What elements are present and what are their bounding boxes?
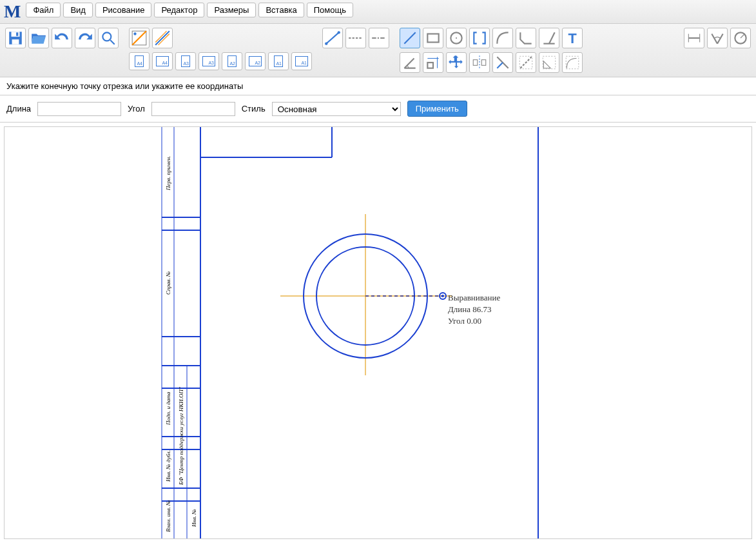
svg-rect-3 — [16, 32, 18, 35]
tool-move-icon[interactable] — [446, 52, 467, 73]
cursor-tooltip: Выравнивание Длина 86.73 Угол 0.00 — [448, 292, 500, 328]
tool-fillet-arc-icon[interactable] — [562, 52, 583, 73]
titleblock-col1-top: Перв. примен. — [165, 156, 171, 191]
tooltip-angle: Угол 0.00 — [448, 315, 500, 327]
menu-bar: M Файл Вид Рисование Редактор Размеры Вс… — [0, 0, 756, 24]
titleblock-col2-c: Взам. инв. № — [165, 500, 171, 532]
drawing-svg: Перв. примен. Справ. № Подп. и дата Инв.… — [5, 127, 752, 539]
svg-line-9 — [155, 31, 170, 45]
svg-line-31 — [497, 63, 503, 68]
svg-rect-24 — [427, 63, 433, 68]
toolbar-area: A4 A4 A3 A3 A2 A2 A1 A1 — [0, 24, 756, 77]
paper-a4-landscape[interactable]: A4 — [152, 52, 173, 70]
tool-angle-icon[interactable] — [400, 52, 420, 73]
paper-a2-portrait[interactable]: A2 — [222, 52, 242, 70]
svg-line-32 — [520, 57, 531, 68]
svg-line-11 — [155, 31, 166, 42]
tool-bracket-icon[interactable] — [469, 28, 490, 48]
tool-text-icon[interactable]: T — [562, 28, 583, 48]
tooltip-alignment: Выравнивание — [448, 292, 500, 304]
line-solid-icon[interactable] — [322, 28, 343, 48]
svg-text:T: T — [568, 30, 576, 46]
menu-editor[interactable]: Редактор — [154, 3, 204, 17]
svg-line-10 — [159, 34, 170, 45]
length-input[interactable] — [37, 102, 121, 116]
tool-align-icon[interactable] — [423, 52, 443, 73]
svg-line-5 — [110, 40, 115, 44]
tooltip-length: Длина 86.73 — [448, 304, 500, 315]
paper-a3-landscape[interactable]: A3 — [199, 52, 219, 70]
tool-line-icon[interactable] — [400, 28, 420, 48]
dim-angle-icon[interactable] — [707, 28, 728, 48]
hatch2-icon[interactable] — [152, 28, 173, 48]
titleblock-col3: БФ "Центр поддержки услуг НКИ.ОП" — [178, 387, 184, 486]
svg-point-64 — [441, 295, 444, 297]
svg-rect-28 — [473, 60, 478, 66]
dim-radius-icon[interactable] — [730, 28, 751, 48]
tool-trim-icon[interactable] — [492, 52, 513, 73]
hatch1-icon[interactable] — [129, 28, 150, 48]
tool-rect-icon[interactable] — [423, 28, 443, 48]
line-dashed-icon[interactable] — [345, 28, 366, 48]
svg-line-17 — [404, 32, 415, 43]
svg-point-13 — [325, 43, 327, 45]
open-icon[interactable] — [28, 28, 49, 48]
paper-a3-portrait[interactable]: A3 — [175, 52, 196, 70]
length-label: Длина — [6, 104, 31, 113]
svg-point-14 — [338, 31, 340, 34]
redo-icon[interactable] — [75, 28, 95, 48]
svg-point-8 — [133, 32, 136, 35]
svg-line-12 — [326, 32, 339, 43]
svg-rect-29 — [481, 60, 486, 66]
paper-a2-landscape[interactable]: A2 — [245, 52, 266, 70]
undo-icon[interactable] — [52, 28, 72, 48]
drawing-canvas[interactable]: Перв. примен. Справ. № Подп. и дата Инв.… — [4, 126, 752, 539]
titleblock-col2-b: Инв. № дубл. — [165, 450, 171, 482]
svg-line-40 — [741, 34, 745, 39]
style-select[interactable]: Основная — [272, 102, 401, 116]
tool-arc-icon[interactable] — [492, 28, 513, 48]
search-icon[interactable] — [98, 28, 119, 48]
angle-input[interactable] — [151, 102, 235, 116]
paper-a1-landscape[interactable]: A1 — [291, 52, 312, 70]
line-center-icon[interactable] — [369, 28, 389, 48]
titleblock-col4: Инв. № — [191, 509, 197, 527]
titleblock-col1-mid: Справ. № — [165, 271, 171, 295]
apply-button[interactable]: Применить — [407, 101, 467, 117]
tool-fillet-icon[interactable] — [539, 52, 559, 73]
paper-a4-portrait[interactable]: A4 — [129, 52, 150, 70]
svg-line-22 — [549, 32, 555, 43]
menu-drawing[interactable]: Рисование — [95, 3, 151, 17]
svg-rect-2 — [12, 39, 19, 44]
save-icon[interactable] — [5, 28, 26, 48]
style-label: Стиль — [242, 104, 266, 113]
svg-point-4 — [102, 32, 111, 41]
angle-label: Угол — [128, 104, 145, 113]
titleblock-col2-a: Подп. и дата — [165, 391, 171, 426]
svg-rect-1 — [12, 32, 20, 37]
input-bar: Длина Угол Стиль Основная Применить — [0, 95, 756, 123]
tool-chamfer-icon[interactable] — [516, 28, 536, 48]
paper-a1-portrait[interactable]: A1 — [268, 52, 289, 70]
menu-view[interactable]: Вид — [63, 3, 93, 17]
status-text: Укажите конечную точку отрезка или укажи… — [6, 81, 243, 91]
app-logo: M — [4, 3, 21, 21]
tool-extend-icon[interactable] — [516, 52, 536, 73]
dim-linear-icon[interactable] — [684, 28, 704, 48]
tool-mirror-v-icon[interactable] — [469, 52, 490, 73]
status-bar: Укажите конечную точку отрезка или укажи… — [0, 77, 756, 95]
svg-rect-18 — [427, 34, 438, 43]
svg-point-20 — [456, 37, 457, 39]
menu-help[interactable]: Помощь — [307, 3, 353, 17]
tool-circle-icon[interactable] — [446, 28, 467, 48]
menu-file[interactable]: Файл — [26, 3, 61, 17]
menu-dimensions[interactable]: Размеры — [207, 3, 256, 17]
tool-perp-icon[interactable] — [539, 28, 559, 48]
menu-insert[interactable]: Вставка — [258, 3, 304, 17]
